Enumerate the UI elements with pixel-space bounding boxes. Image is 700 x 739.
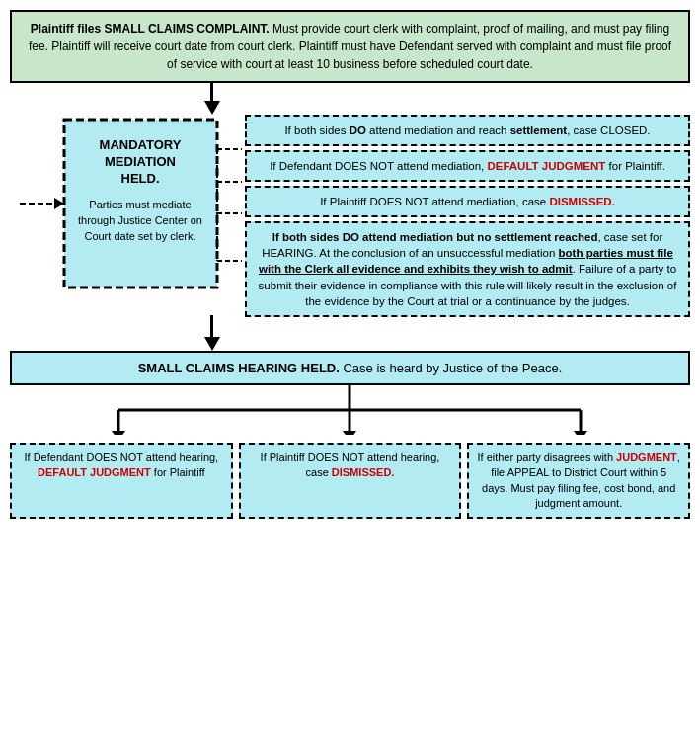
hearing-box: SMALL CLAIMS HEARING HELD. Case is heard… bbox=[10, 351, 690, 385]
middle-section: MANDATORY MEDIATION HELD. Parties must m… bbox=[10, 115, 690, 317]
bottom-outcome-3: If either party disagrees with JUDGMENT,… bbox=[467, 443, 690, 520]
outcome3-text: If Plaintiff DOES NOT attend mediation, … bbox=[320, 196, 615, 207]
top-box-bold: Plaintiff files SMALL CLAIMS COMPLAINT. bbox=[31, 22, 270, 36]
left-column: MANDATORY MEDIATION HELD. Parties must m… bbox=[10, 115, 227, 317]
hearing-bold: SMALL CLAIMS HEARING HELD. bbox=[138, 361, 340, 375]
flowchart: Plaintiff files SMALL CLAIMS COMPLAINT. … bbox=[10, 10, 690, 519]
outcome2-text: If Defendant DOES NOT attend mediation, … bbox=[270, 160, 665, 172]
svg-text:MANDATORY: MANDATORY bbox=[100, 137, 182, 152]
bottom-outcome-2: If Plaintiff DOES NOT attend hearing, ca… bbox=[239, 443, 462, 520]
svg-marker-17 bbox=[112, 431, 125, 435]
arrowhead-1 bbox=[204, 101, 220, 115]
bottom-outcomes-row: If Defendant DOES NOT attend hearing, DE… bbox=[10, 443, 690, 520]
svg-marker-19 bbox=[343, 431, 356, 435]
bottom2-text: If Plaintiff DOES NOT attend hearing, ca… bbox=[261, 452, 440, 478]
svg-text:MEDIATION: MEDIATION bbox=[105, 154, 176, 169]
outcome1-text: If both sides DO attend mediation and re… bbox=[284, 124, 650, 136]
svg-text:through Justice Center on: through Justice Center on bbox=[78, 214, 202, 226]
bottom3-text: If either party disagrees with JUDGMENT,… bbox=[477, 452, 679, 509]
svg-text:Parties must mediate: Parties must mediate bbox=[89, 199, 191, 210]
top-complaint-box: Plaintiff files SMALL CLAIMS COMPLAINT. … bbox=[10, 10, 690, 83]
outcome-box-4: If both sides DO attend mediation but no… bbox=[245, 221, 690, 316]
hearing-normal: Case is heard by Justice of the Peace. bbox=[340, 361, 562, 375]
svg-text:Court date set by clerk.: Court date set by clerk. bbox=[84, 230, 195, 242]
outcome4-text: If both sides DO attend mediation but no… bbox=[259, 231, 677, 306]
right-outcomes-column: If both sides DO attend mediation and re… bbox=[245, 115, 690, 317]
arrowhead-2 bbox=[204, 337, 220, 351]
svg-marker-21 bbox=[574, 431, 587, 435]
svg-text:HELD.: HELD. bbox=[121, 171, 160, 186]
bottom1-text: If Defendant DOES NOT attend hearing, DE… bbox=[24, 452, 218, 478]
outcome-box-2: If Defendant DOES NOT attend mediation, … bbox=[245, 150, 690, 182]
bottom-outcome-1: If Defendant DOES NOT attend hearing, DE… bbox=[10, 443, 233, 520]
mediation-svg-container: MANDATORY MEDIATION HELD. Parties must m… bbox=[10, 115, 227, 292]
bottom-arrows-svg bbox=[10, 385, 690, 435]
outcome-box-1: If both sides DO attend mediation and re… bbox=[245, 115, 690, 146]
arrow-line-2 bbox=[210, 315, 213, 337]
outcome-box-3: If Plaintiff DOES NOT attend mediation, … bbox=[245, 186, 690, 217]
arrow-line-1 bbox=[210, 83, 213, 101]
